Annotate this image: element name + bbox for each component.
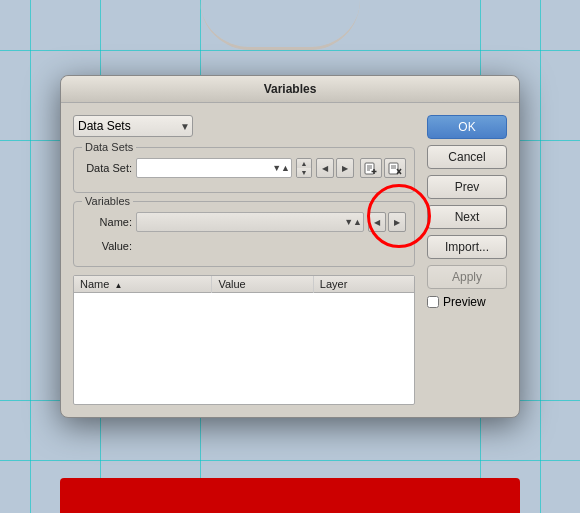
- top-select-wrapper[interactable]: Data Sets Variables ▼: [73, 115, 193, 137]
- dialog-overlay: Variables Data Sets Variables ▼: [0, 0, 580, 513]
- import-button[interactable]: Import...: [427, 235, 507, 259]
- col-value-header: Value: [212, 276, 313, 293]
- dialog-right-panel: OK Cancel Prev Next Import... Apply Prev…: [427, 115, 507, 405]
- dialog-titlebar: Variables: [61, 76, 519, 103]
- variables-table: Name ▲ Value Layer: [74, 276, 414, 293]
- variable-nav-arrows: ◀ ▶: [368, 212, 406, 232]
- variables-table-container: Name ▲ Value Layer: [73, 275, 415, 405]
- dataset-new-icon: [364, 161, 378, 175]
- table-header-row: Name ▲ Value Layer: [74, 276, 414, 293]
- variable-nav-next[interactable]: ▶: [388, 212, 406, 232]
- data-sets-group-label: Data Sets: [82, 141, 136, 153]
- apply-button[interactable]: Apply: [427, 265, 507, 289]
- variables-group-label: Variables: [82, 195, 133, 207]
- variables-dialog: Variables Data Sets Variables ▼: [60, 75, 520, 418]
- name-select[interactable]: [136, 212, 364, 232]
- variables-group: Variables Name: ▼▲ ◀ ▶: [73, 201, 415, 267]
- dataset-new-btn[interactable]: [360, 158, 382, 178]
- preview-label: Preview: [443, 295, 486, 309]
- col-name-header: Name ▲: [74, 276, 212, 293]
- dataset-row: Data Set: ▼▲ ▲ ▼: [82, 158, 406, 178]
- value-field-label: Value:: [82, 240, 132, 252]
- next-button[interactable]: Next: [427, 205, 507, 229]
- dataset-delete-icon: [388, 161, 402, 175]
- preview-row: Preview: [427, 295, 507, 309]
- variables-group-inner: Name: ▼▲ ◀ ▶: [82, 208, 406, 252]
- dialog-body: Data Sets Variables ▼ Data Sets Data Set…: [61, 103, 519, 417]
- name-select-wrapper[interactable]: ▼▲: [136, 212, 364, 232]
- dialog-title: Variables: [264, 82, 317, 96]
- dataset-select-wrapper[interactable]: ▼▲: [136, 158, 292, 178]
- col-layer-header: Layer: [313, 276, 414, 293]
- dataset-nav-next[interactable]: ▶: [336, 158, 354, 178]
- value-row: Value:: [82, 238, 406, 252]
- dataset-field-label: Data Set:: [82, 162, 132, 174]
- cancel-button[interactable]: Cancel: [427, 145, 507, 169]
- dataset-stepper-up[interactable]: ▲: [297, 159, 311, 168]
- name-row: Name: ▼▲ ◀ ▶: [82, 212, 406, 232]
- dataset-stepper-down[interactable]: ▼: [297, 168, 311, 177]
- dataset-action-buttons: [360, 158, 406, 178]
- variable-nav-prev[interactable]: ◀: [368, 212, 386, 232]
- dataset-nav-prev[interactable]: ◀: [316, 158, 334, 178]
- value-display: [136, 238, 406, 242]
- dataset-select[interactable]: [136, 158, 292, 178]
- data-sets-group: Data Sets Data Set: ▼▲ ▲: [73, 147, 415, 193]
- dataset-stepper[interactable]: ▲ ▼: [296, 158, 312, 178]
- dataset-delete-btn[interactable]: [384, 158, 406, 178]
- preview-checkbox[interactable]: [427, 296, 439, 308]
- top-select[interactable]: Data Sets Variables: [73, 115, 193, 137]
- sort-arrow-name: ▲: [114, 281, 122, 290]
- top-dropdown-row: Data Sets Variables ▼: [73, 115, 415, 137]
- name-field-label: Name:: [82, 216, 132, 228]
- prev-button[interactable]: Prev: [427, 175, 507, 199]
- data-sets-group-inner: Data Set: ▼▲ ▲ ▼: [82, 154, 406, 178]
- dataset-nav-arrows: ◀ ▶: [316, 158, 354, 178]
- dialog-left-panel: Data Sets Variables ▼ Data Sets Data Set…: [73, 115, 415, 405]
- ok-button[interactable]: OK: [427, 115, 507, 139]
